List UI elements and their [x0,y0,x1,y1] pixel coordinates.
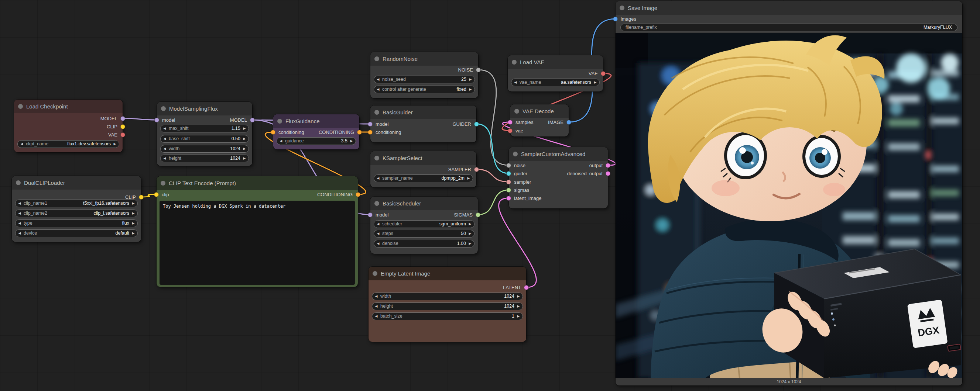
node-header[interactable]: KSamplerSelect [371,151,476,165]
collapse-dot[interactable] [277,119,282,123]
widget-width[interactable]: width1024 [372,293,523,300]
node-random-noise[interactable]: RandomNoiseNOISEnoise_seed25control afte… [371,52,478,98]
node-header[interactable]: ModelSamplingFlux [157,102,252,116]
collapse-dot[interactable] [374,156,379,160]
widget-decrement-arrow[interactable] [16,230,24,237]
node-header[interactable]: SamplerCustomAdvanced [509,147,608,161]
widget-steps[interactable]: steps50 [374,230,474,237]
widget-increment-arrow[interactable] [514,312,522,320]
node-load-checkpoint[interactable]: Load CheckpointMODELCLIPVAEckpt_nameflux… [14,100,123,152]
node-dual-clip-loader[interactable]: DualCLIPLoaderCLIPclip_name1t5xxl_fp16.s… [12,176,141,242]
widget-increment-arrow[interactable] [240,135,248,143]
node-header[interactable]: VAE Decode [510,104,569,118]
widget-base-shift[interactable]: base_shift0.50 [160,135,249,143]
output-port-clip[interactable]: CLIP [104,123,125,130]
input-port-model[interactable]: model [368,120,391,128]
output-dot-sampler[interactable] [474,167,479,172]
input-dot-conditioning[interactable] [368,130,372,135]
output-port-latent[interactable]: LATENT [500,284,529,291]
input-port-samples[interactable]: samples [508,119,536,126]
node-header[interactable]: BasicScheduler [371,196,478,210]
output-port-conditioning[interactable]: CONDITIONING [314,191,360,198]
node-ksampler-select[interactable]: KSamplerSelectSAMPLERsampler_namedpmpp_2… [371,151,476,187]
node-basic-guider[interactable]: BasicGuidermodelconditioningGUIDER [371,106,476,142]
widget-sampler-name[interactable]: sampler_namedpmpp_2m [374,174,473,182]
node-vae-decode[interactable]: VAE DecodesamplesvaeIMAGE [510,104,569,136]
widget-increment-arrow[interactable] [514,293,522,300]
widget-increment-arrow[interactable] [466,76,474,83]
widget-increment-arrow[interactable] [466,240,474,247]
widget-decrement-arrow[interactable] [16,220,24,227]
input-dot-conditioning[interactable] [270,130,275,135]
output-port-sigmas[interactable]: SIGMAS [451,211,480,218]
input-dot-samples[interactable] [508,120,512,125]
widget-type[interactable]: typeflux [15,220,138,227]
output-dot-image[interactable] [566,120,571,125]
node-header[interactable]: DualCLIPLoader [12,176,141,190]
widget-decrement-arrow[interactable] [372,312,380,320]
prompt-textarea[interactable]: Toy Jensen holding a DGX Spark in a data… [159,201,355,285]
widget-increment-arrow[interactable] [514,302,522,310]
output-port-output[interactable]: output [586,161,610,169]
output-port-model[interactable]: MODEL [97,115,125,122]
input-dot-vae[interactable] [508,128,512,133]
input-port-model[interactable]: model [154,116,178,123]
output-dot-sigmas[interactable] [476,212,480,217]
collapse-dot[interactable] [16,180,21,185]
widget-increment-arrow[interactable] [466,230,474,237]
widget-decrement-arrow[interactable] [161,155,169,162]
widget-scheduler[interactable]: schedulersgm_uniform [374,220,474,228]
input-dot-latent-image[interactable] [506,196,511,201]
output-port-clip[interactable]: CLIP [122,193,144,201]
input-port-conditioning[interactable]: conditioning [270,128,307,136]
output-dot-latent[interactable] [524,285,529,290]
widget-max-shift[interactable]: max_shift1.15 [160,125,249,133]
collapse-dot[interactable] [374,110,379,115]
input-port-model[interactable]: model [368,211,391,218]
input-dot-model[interactable] [154,118,159,122]
node-flux-guidance[interactable]: FluxGuidanceconditioningCONDITIONINGguid… [273,114,359,149]
output-port-denoised-output[interactable]: denoised_output [564,170,610,177]
widget-control-after-generate[interactable]: control after generatefixed [374,85,475,93]
output-port-model[interactable]: MODEL [227,116,255,123]
output-dot-denoised-output[interactable] [606,171,610,176]
widget-decrement-arrow[interactable] [18,140,26,148]
collapse-dot[interactable] [372,271,377,276]
widget-clip-name2[interactable]: clip_name2clip_l.safetensors [15,209,138,217]
output-dot-clip[interactable] [120,124,125,129]
widget-decrement-arrow[interactable] [372,302,380,310]
input-dot-model[interactable] [368,122,372,127]
output-dot-vae[interactable] [601,71,606,76]
widget-ckpt-name[interactable]: ckpt_nameflux1-dev.safetensors [18,140,119,148]
widget-increment-arrow[interactable] [240,145,248,153]
widget-decrement-arrow[interactable] [374,230,382,237]
node-empty-latent-image[interactable]: Empty Latent ImageLATENTwidth1024height1… [369,267,526,342]
output-dot-noise[interactable] [476,68,481,72]
input-dot-images[interactable] [613,17,618,21]
widget-increment-arrow[interactable] [129,230,137,237]
input-dot-sampler[interactable] [506,180,511,184]
node-header[interactable]: Save Image [616,1,962,15]
node-header[interactable]: RandomNoise [371,52,478,66]
widget-clip-name1[interactable]: clip_name1t5xxl_fp16.safetensors [15,199,138,207]
input-port-latent-image[interactable]: latent_image [506,195,544,202]
widget-increment-arrow[interactable] [466,85,474,93]
widget-decrement-arrow[interactable] [16,209,24,217]
widget-width[interactable]: width1024 [160,145,249,153]
node-header[interactable]: FluxGuidance [273,114,359,128]
widget-increment-arrow[interactable] [465,174,473,182]
widget-noise-seed[interactable]: noise_seed25 [374,76,475,83]
widget-vae-name[interactable]: vae_nameae.safetensors [511,79,600,86]
collapse-dot[interactable] [620,6,624,10]
widget-increment-arrow[interactable] [129,220,137,227]
output-port-image[interactable]: IMAGE [545,119,571,126]
input-port-conditioning[interactable]: conditioning [368,128,404,136]
widget-decrement-arrow[interactable] [16,199,24,207]
collapse-dot[interactable] [161,106,166,111]
input-dot-guider[interactable] [506,171,511,176]
input-port-images[interactable]: images [613,15,639,22]
widget-increment-arrow[interactable] [591,79,599,86]
input-dot-model[interactable] [368,212,372,217]
widget-decrement-arrow[interactable] [161,125,169,133]
node-header[interactable]: BasicGuider [371,106,476,119]
